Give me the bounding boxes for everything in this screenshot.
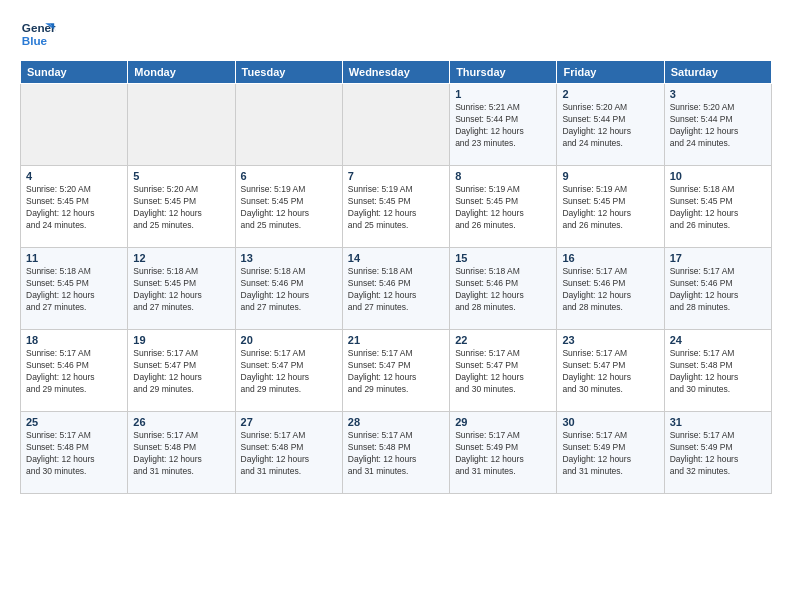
day-info: Sunrise: 5:17 AM Sunset: 5:47 PM Dayligh… — [455, 348, 551, 396]
calendar-week-1: 1Sunrise: 5:21 AM Sunset: 5:44 PM Daylig… — [21, 84, 772, 166]
calendar-cell: 2Sunrise: 5:20 AM Sunset: 5:44 PM Daylig… — [557, 84, 664, 166]
calendar-week-4: 18Sunrise: 5:17 AM Sunset: 5:46 PM Dayli… — [21, 330, 772, 412]
header-row: SundayMondayTuesdayWednesdayThursdayFrid… — [21, 61, 772, 84]
day-number: 4 — [26, 170, 122, 182]
day-info: Sunrise: 5:17 AM Sunset: 5:48 PM Dayligh… — [241, 430, 337, 478]
day-number: 18 — [26, 334, 122, 346]
day-info: Sunrise: 5:19 AM Sunset: 5:45 PM Dayligh… — [241, 184, 337, 232]
day-info: Sunrise: 5:18 AM Sunset: 5:46 PM Dayligh… — [455, 266, 551, 314]
day-info: Sunrise: 5:17 AM Sunset: 5:46 PM Dayligh… — [26, 348, 122, 396]
day-number: 3 — [670, 88, 766, 100]
day-info: Sunrise: 5:19 AM Sunset: 5:45 PM Dayligh… — [455, 184, 551, 232]
day-number: 9 — [562, 170, 658, 182]
day-info: Sunrise: 5:17 AM Sunset: 5:49 PM Dayligh… — [670, 430, 766, 478]
calendar-cell: 28Sunrise: 5:17 AM Sunset: 5:48 PM Dayli… — [342, 412, 449, 494]
calendar-cell: 30Sunrise: 5:17 AM Sunset: 5:49 PM Dayli… — [557, 412, 664, 494]
day-number: 14 — [348, 252, 444, 264]
day-info: Sunrise: 5:18 AM Sunset: 5:45 PM Dayligh… — [670, 184, 766, 232]
day-info: Sunrise: 5:17 AM Sunset: 5:47 PM Dayligh… — [348, 348, 444, 396]
day-info: Sunrise: 5:18 AM Sunset: 5:45 PM Dayligh… — [133, 266, 229, 314]
calendar-cell: 9Sunrise: 5:19 AM Sunset: 5:45 PM Daylig… — [557, 166, 664, 248]
calendar-cell — [128, 84, 235, 166]
day-info: Sunrise: 5:17 AM Sunset: 5:48 PM Dayligh… — [348, 430, 444, 478]
day-number: 27 — [241, 416, 337, 428]
day-number: 5 — [133, 170, 229, 182]
calendar-cell: 26Sunrise: 5:17 AM Sunset: 5:48 PM Dayli… — [128, 412, 235, 494]
calendar-week-3: 11Sunrise: 5:18 AM Sunset: 5:45 PM Dayli… — [21, 248, 772, 330]
day-number: 17 — [670, 252, 766, 264]
page-header: General Blue — [20, 16, 772, 52]
calendar-cell: 25Sunrise: 5:17 AM Sunset: 5:48 PM Dayli… — [21, 412, 128, 494]
header-day-sunday: Sunday — [21, 61, 128, 84]
day-number: 10 — [670, 170, 766, 182]
calendar-cell: 27Sunrise: 5:17 AM Sunset: 5:48 PM Dayli… — [235, 412, 342, 494]
day-number: 24 — [670, 334, 766, 346]
day-info: Sunrise: 5:20 AM Sunset: 5:45 PM Dayligh… — [133, 184, 229, 232]
header-day-friday: Friday — [557, 61, 664, 84]
day-number: 20 — [241, 334, 337, 346]
day-info: Sunrise: 5:20 AM Sunset: 5:44 PM Dayligh… — [562, 102, 658, 150]
day-info: Sunrise: 5:17 AM Sunset: 5:49 PM Dayligh… — [562, 430, 658, 478]
day-number: 6 — [241, 170, 337, 182]
day-info: Sunrise: 5:17 AM Sunset: 5:46 PM Dayligh… — [670, 266, 766, 314]
calendar-cell: 18Sunrise: 5:17 AM Sunset: 5:46 PM Dayli… — [21, 330, 128, 412]
svg-text:Blue: Blue — [22, 34, 48, 47]
day-info: Sunrise: 5:19 AM Sunset: 5:45 PM Dayligh… — [562, 184, 658, 232]
day-number: 8 — [455, 170, 551, 182]
calendar-cell: 6Sunrise: 5:19 AM Sunset: 5:45 PM Daylig… — [235, 166, 342, 248]
day-number: 30 — [562, 416, 658, 428]
logo: General Blue — [20, 16, 62, 52]
calendar-cell: 23Sunrise: 5:17 AM Sunset: 5:47 PM Dayli… — [557, 330, 664, 412]
calendar-cell — [342, 84, 449, 166]
logo-icon: General Blue — [20, 16, 56, 52]
day-number: 13 — [241, 252, 337, 264]
day-info: Sunrise: 5:20 AM Sunset: 5:45 PM Dayligh… — [26, 184, 122, 232]
day-number: 21 — [348, 334, 444, 346]
calendar-table: SundayMondayTuesdayWednesdayThursdayFrid… — [20, 60, 772, 494]
calendar-cell: 22Sunrise: 5:17 AM Sunset: 5:47 PM Dayli… — [450, 330, 557, 412]
day-number: 15 — [455, 252, 551, 264]
calendar-cell: 12Sunrise: 5:18 AM Sunset: 5:45 PM Dayli… — [128, 248, 235, 330]
day-info: Sunrise: 5:18 AM Sunset: 5:46 PM Dayligh… — [241, 266, 337, 314]
calendar-cell: 7Sunrise: 5:19 AM Sunset: 5:45 PM Daylig… — [342, 166, 449, 248]
day-number: 1 — [455, 88, 551, 100]
day-info: Sunrise: 5:20 AM Sunset: 5:44 PM Dayligh… — [670, 102, 766, 150]
calendar-cell: 14Sunrise: 5:18 AM Sunset: 5:46 PM Dayli… — [342, 248, 449, 330]
day-info: Sunrise: 5:17 AM Sunset: 5:48 PM Dayligh… — [670, 348, 766, 396]
day-info: Sunrise: 5:17 AM Sunset: 5:47 PM Dayligh… — [562, 348, 658, 396]
calendar-cell: 15Sunrise: 5:18 AM Sunset: 5:46 PM Dayli… — [450, 248, 557, 330]
calendar-week-5: 25Sunrise: 5:17 AM Sunset: 5:48 PM Dayli… — [21, 412, 772, 494]
calendar-header: SundayMondayTuesdayWednesdayThursdayFrid… — [21, 61, 772, 84]
calendar-week-2: 4Sunrise: 5:20 AM Sunset: 5:45 PM Daylig… — [21, 166, 772, 248]
day-number: 28 — [348, 416, 444, 428]
day-number: 16 — [562, 252, 658, 264]
day-info: Sunrise: 5:17 AM Sunset: 5:47 PM Dayligh… — [133, 348, 229, 396]
header-day-wednesday: Wednesday — [342, 61, 449, 84]
calendar-cell: 13Sunrise: 5:18 AM Sunset: 5:46 PM Dayli… — [235, 248, 342, 330]
calendar-body: 1Sunrise: 5:21 AM Sunset: 5:44 PM Daylig… — [21, 84, 772, 494]
day-number: 22 — [455, 334, 551, 346]
calendar-cell: 16Sunrise: 5:17 AM Sunset: 5:46 PM Dayli… — [557, 248, 664, 330]
day-number: 19 — [133, 334, 229, 346]
day-number: 29 — [455, 416, 551, 428]
day-info: Sunrise: 5:17 AM Sunset: 5:46 PM Dayligh… — [562, 266, 658, 314]
day-number: 25 — [26, 416, 122, 428]
calendar-cell: 1Sunrise: 5:21 AM Sunset: 5:44 PM Daylig… — [450, 84, 557, 166]
day-number: 12 — [133, 252, 229, 264]
calendar-cell — [235, 84, 342, 166]
calendar-cell: 31Sunrise: 5:17 AM Sunset: 5:49 PM Dayli… — [664, 412, 771, 494]
day-info: Sunrise: 5:17 AM Sunset: 5:49 PM Dayligh… — [455, 430, 551, 478]
day-number: 23 — [562, 334, 658, 346]
header-day-tuesday: Tuesday — [235, 61, 342, 84]
day-number: 7 — [348, 170, 444, 182]
calendar-cell: 3Sunrise: 5:20 AM Sunset: 5:44 PM Daylig… — [664, 84, 771, 166]
day-number: 2 — [562, 88, 658, 100]
day-info: Sunrise: 5:18 AM Sunset: 5:45 PM Dayligh… — [26, 266, 122, 314]
calendar-cell: 4Sunrise: 5:20 AM Sunset: 5:45 PM Daylig… — [21, 166, 128, 248]
calendar-cell: 20Sunrise: 5:17 AM Sunset: 5:47 PM Dayli… — [235, 330, 342, 412]
svg-text:General: General — [22, 21, 56, 34]
day-number: 11 — [26, 252, 122, 264]
header-day-monday: Monday — [128, 61, 235, 84]
day-info: Sunrise: 5:18 AM Sunset: 5:46 PM Dayligh… — [348, 266, 444, 314]
calendar-cell: 21Sunrise: 5:17 AM Sunset: 5:47 PM Dayli… — [342, 330, 449, 412]
